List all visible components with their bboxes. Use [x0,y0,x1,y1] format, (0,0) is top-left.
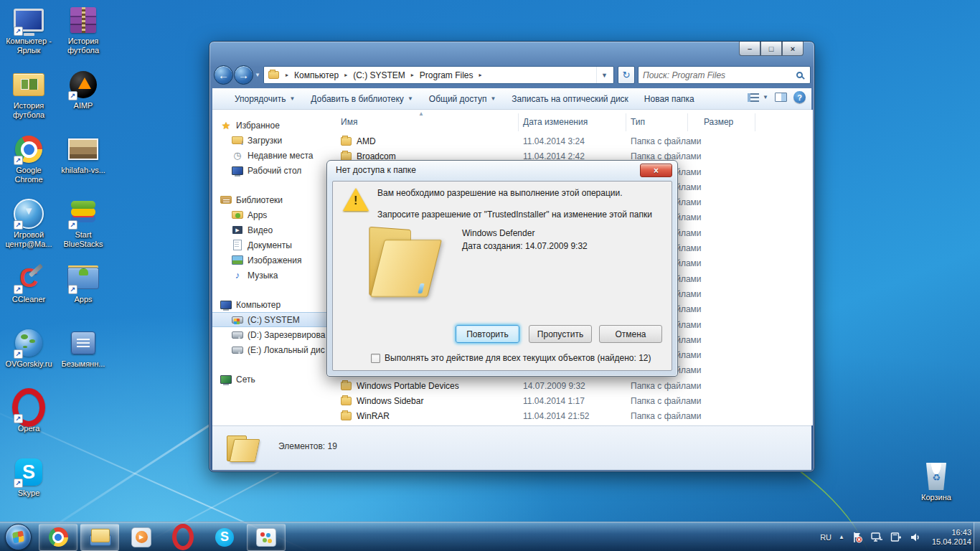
shortcut-arrow-icon: ↗ [14,27,23,36]
nav-drive-c[interactable]: (C:) SYSTEM [212,312,329,327]
cancel-button[interactable]: Отмена [599,325,662,343]
refresh-button[interactable]: ↻ [618,66,635,84]
nav-lib-pics[interactable]: Изображения [212,253,329,268]
desktop-icon-apps[interactable]: ↗Apps [56,263,110,327]
desktop-icon-untitled[interactable]: Безымянн... [56,327,110,392]
search-input[interactable] [639,70,796,80]
back-button[interactable]: ← [214,65,233,85]
desktop-icon-khilafah[interactable]: khilafah-vs... [56,133,110,198]
skip-button[interactable]: Пропустить [529,325,592,343]
game-center-icon: ↗ [12,198,45,230]
toolbar-item[interactable]: Записать на оптический диск [504,91,636,107]
minimize-button[interactable]: – [739,42,760,56]
file-row[interactable]: AMD11.04.2014 3:24Папка с файлами [329,134,813,149]
forward-button[interactable]: → [234,65,253,85]
desktop-icon-chrome[interactable]: ↗Google Chrome [1,133,56,198]
opera-icon [172,527,194,547]
breadcrumb[interactable]: ▸Компьютер▸(C:) SYSTEM▸Program Files▸ ▼ [263,66,614,84]
file-name: AMD [357,134,376,149]
column-header-date[interactable]: Дата изменения [519,113,626,131]
file-row[interactable]: Windows Portable Devices14.07.2009 9:32П… [329,379,813,394]
explorer-titlebar[interactable] [209,42,814,65]
explorer-icon [89,527,110,547]
taskbar-wmp-button[interactable] [122,524,161,551]
close-button[interactable]: × [782,42,804,56]
taskbar-paint-button[interactable] [247,524,286,551]
toolbar-item[interactable]: Упорядочить▼ [227,91,303,107]
desktop-icon-aimp[interactable]: ↗AIMP [56,69,110,133]
preview-pane-icon[interactable] [775,93,787,102]
nav-favorites[interactable]: Избранное [212,118,329,133]
retry-button[interactable]: Повторить [456,325,519,343]
desktop-icon-ccleaner[interactable]: ↗CCleaner [1,263,56,327]
network-icon[interactable] [871,531,883,543]
maximize-button[interactable]: □ [760,42,782,56]
file-type: Папка с файлами [631,134,702,149]
clock[interactable]: 16:43 15.04.2014 [932,528,971,547]
desktop-icon-folder-history[interactable]: История футбола [1,69,56,133]
column-header-size[interactable]: Размер [688,113,755,131]
nav-label: (C:) SYSTEM [248,315,300,325]
nav-lib-video[interactable]: Видео [212,222,329,237]
nav-desktop[interactable]: Рабочий стол [212,163,329,178]
nav-computer[interactable]: Компьютер [212,297,329,312]
tray-expand-icon[interactable]: ▲ [839,534,844,540]
breadcrumb-segment[interactable]: Компьютер [292,69,341,82]
search-icon[interactable] [796,72,803,78]
desktop-icon-recycle-bin[interactable]: Корзина [913,461,960,502]
help-icon[interactable]: ? [793,91,806,103]
file-row[interactable]: WinRAR11.04.2014 21:52Папка с файлами [329,409,813,424]
taskbar-chrome-button[interactable] [39,524,77,551]
taskbar-opera-button[interactable] [164,524,202,551]
show-desktop-button[interactable] [974,522,980,551]
views-icon[interactable] [748,93,759,102]
taskbar-skype-button[interactable] [205,524,244,551]
file-type: Папка с файлами [631,394,702,409]
language-indicator[interactable]: RU [820,533,831,542]
apply-to-all-checkbox[interactable] [371,354,380,363]
shortcut-arrow-icon: ↗ [14,349,23,359]
start-button[interactable] [5,524,32,550]
volume-icon[interactable] [910,531,922,543]
removable-device-icon[interactable] [890,531,903,543]
nav-lib-music[interactable]: Музыка [212,268,329,283]
toolbar-item[interactable]: Общий доступ▼ [421,91,504,107]
desktop-icon-ovgorskiy[interactable]: ↗OVGorskiy.ru [1,327,56,392]
dialog-title: Нет доступа к папке [336,165,416,175]
dialog-close-button[interactable]: × [640,164,672,177]
ccleaner-icon: ↗ [12,263,45,294]
toolbar-item[interactable]: Добавить в библиотеку▼ [303,91,420,107]
breadcrumb-segment[interactable]: (C:) SYSTEM [351,69,407,82]
file-name: Windows Portable Devices [357,379,459,394]
file-row[interactable]: Windows Sidebar11.04.2014 1:17Папка с фа… [329,394,813,409]
taskbar-explorer-button[interactable] [80,524,119,551]
breadcrumb-segment[interactable]: Program Files [418,69,476,82]
nav-libraries[interactable]: Библиотеки [212,192,329,207]
nav-downloads[interactable]: Загрузки [212,133,329,148]
toolbar-item-label: Записать на оптический диск [512,94,628,104]
nav-drive-d[interactable]: (D:) Зарезервирова [212,327,329,342]
views-dropdown-icon[interactable]: ▼ [763,94,768,100]
nav-recent[interactable]: Недавние места [212,148,329,163]
column-header-name[interactable]: Имя [329,113,519,131]
file-name: WinRAR [357,409,390,424]
desktop-icon-opera[interactable]: ↗Opera [1,392,56,456]
breadcrumb-dropdown-icon[interactable]: ▼ [596,67,612,83]
lib-apps-icon [232,211,243,219]
column-header-type[interactable]: Тип [626,113,688,131]
lib-music-icon [232,270,243,281]
nav-lib-apps[interactable]: Apps [212,207,329,222]
nav-lib-docs[interactable]: Документы [212,237,329,253]
desktop-icon-skype[interactable]: ↗Skype [1,456,56,521]
search-box [638,66,811,84]
desktop-icon-bluestacks[interactable]: ↗Start BlueStacks [56,198,110,263]
nav-drive-e[interactable]: (E:) Локальный дис [212,342,329,357]
nav-network[interactable]: Сеть [212,372,329,387]
nav-label: Избранное [236,121,280,131]
action-center-flag-icon[interactable] [852,531,864,543]
desktop-icon-game-center[interactable]: ↗Игровой центр@Ma... [1,198,56,263]
desktop-icon-winrar-history[interactable]: История футбола [56,4,110,69]
desktop-icon-computer[interactable]: ↗Компьютер - Ярлык [1,4,56,69]
history-dropdown-icon[interactable]: ▼ [255,72,260,78]
toolbar-item[interactable]: Новая папка [636,91,702,107]
